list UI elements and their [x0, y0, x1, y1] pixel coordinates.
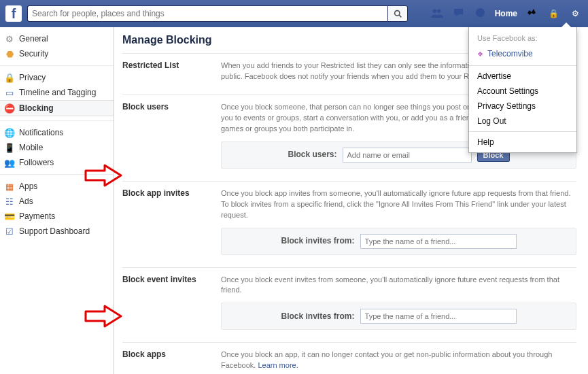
lock-icon: 🔒 [4, 72, 15, 83]
sidebar-separator [0, 65, 114, 66]
block-invites-label: Block invites from: [281, 235, 354, 247]
sidebar-item-label: Timeline and Tagging [19, 88, 96, 97]
sidebar-separator [0, 120, 114, 121]
sidebar-item-label: Blocking [19, 103, 54, 113]
dropdown-separator [469, 65, 576, 66]
sidebar-item-label: Privacy [19, 73, 46, 82]
followers-icon: 👥 [4, 157, 15, 168]
dropdown-advertise[interactable]: Advertise [469, 69, 576, 84]
svg-point-4 [476, 8, 485, 17]
dropdown-logout[interactable]: Log Out [469, 114, 576, 129]
mobile-icon: 📱 [4, 142, 15, 153]
annotation-arrow-icon [84, 164, 122, 187]
sidebar-item-mobile[interactable]: 📱Mobile [0, 140, 114, 155]
sidebar-item-label: Notifications [19, 128, 63, 137]
profile-icon[interactable] [524, 7, 539, 20]
section-block-event-invites: Block event invites Once you block event… [122, 267, 576, 343]
section-label: Restricted List [122, 61, 221, 82]
payments-icon: 💳 [4, 211, 15, 222]
sidebar-item-label: Followers [19, 158, 54, 167]
section-description: Once you block an app, it can no longer … [221, 350, 576, 371]
block-event-invites-label: Block invites from: [281, 311, 354, 322]
section-block-apps: Block apps Once you block an app, it can… [122, 342, 576, 374]
section-label: Block users [122, 102, 221, 169]
home-link[interactable]: Home [495, 9, 517, 18]
search-button[interactable] [387, 5, 408, 22]
search-icon [394, 10, 402, 18]
apps-icon: ▦ [4, 181, 15, 192]
section-label: Block app invites [122, 188, 221, 255]
page-icon: ❖ [477, 50, 483, 58]
friend-requests-icon[interactable] [430, 7, 445, 20]
sidebar-item-label: Mobile [19, 143, 43, 152]
sidebar-item-general[interactable]: ⚙General [0, 31, 114, 46]
settings-gear-icon[interactable]: ⚙ [568, 9, 583, 18]
sidebar-item-payments[interactable]: 💳Payments [0, 209, 114, 224]
sidebar-item-label: Security [19, 49, 48, 58]
learn-more-link[interactable]: Learn more. [258, 361, 298, 369]
section-block-app-invites: Block app invites Once you block app inv… [122, 181, 576, 267]
dropdown-privacy-settings[interactable]: Privacy Settings [469, 99, 576, 114]
block-event-invites-input-row: Block invites from: [221, 303, 576, 330]
annotation-arrow-icon [84, 305, 122, 328]
sidebar-item-label: Ads [19, 197, 33, 206]
top-bar: f Home 🔒 ⚙ [0, 0, 588, 27]
sidebar-item-support[interactable]: ☑Support Dashboard [0, 224, 114, 239]
timeline-icon: ▭ [4, 87, 15, 98]
sidebar-item-notifications[interactable]: 🌐Notifications [0, 125, 114, 140]
sidebar-item-label: Apps [19, 182, 37, 191]
sidebar-item-label: Support Dashboard [19, 226, 90, 236]
dropdown-heading: Use Facebook as: [469, 31, 576, 46]
block-invites-input[interactable] [360, 234, 517, 249]
messages-icon[interactable] [451, 7, 466, 20]
support-icon: ☑ [4, 226, 15, 237]
svg-point-0 [394, 10, 399, 15]
top-right-nav: Home 🔒 ⚙ [430, 7, 583, 20]
globe-icon: 🌐 [4, 127, 15, 138]
block-users-input[interactable] [343, 148, 472, 163]
svg-point-3 [437, 9, 440, 12]
block-event-invites-input[interactable] [360, 309, 517, 324]
search-container [27, 5, 408, 22]
sidebar-item-label: General [19, 34, 48, 44]
sidebar-item-privacy[interactable]: 🔒Privacy [0, 70, 114, 85]
privacy-shortcuts-icon[interactable]: 🔒 [546, 9, 561, 18]
section-description: Once you block app invites from someone,… [221, 188, 576, 221]
section-label: Block event invites [122, 275, 221, 330]
search-input[interactable] [27, 5, 387, 22]
sidebar-item-label: Payments [19, 211, 55, 221]
dropdown-account-settings[interactable]: Account Settings [469, 84, 576, 99]
dropdown-use-as-user[interactable]: ❖Telecomvibe [469, 46, 576, 63]
block-invites-input-row: Block invites from: [221, 228, 576, 255]
dropdown-help[interactable]: Help [469, 135, 576, 150]
sidebar-item-ads[interactable]: ☷Ads [0, 194, 114, 209]
sidebar-item-blocking[interactable]: ⛔Blocking [0, 100, 114, 116]
block-users-label: Block users: [288, 149, 337, 160]
section-label: Block apps [122, 350, 221, 374]
facebook-logo[interactable]: f [5, 5, 22, 22]
settings-dropdown: Use Facebook as: ❖Telecomvibe Advertise … [468, 27, 577, 153]
gear-icon: ⚙ [4, 33, 15, 44]
sidebar-item-timeline[interactable]: ▭Timeline and Tagging [0, 85, 114, 100]
svg-line-1 [399, 15, 401, 17]
svg-point-2 [432, 9, 436, 12]
shield-icon: ⬣ [4, 48, 15, 59]
notifications-icon[interactable] [473, 7, 488, 20]
ads-icon: ☷ [4, 196, 15, 207]
section-description: Once you block event invites from someon… [221, 275, 576, 296]
dropdown-separator [469, 131, 576, 132]
sidebar-item-security[interactable]: ⬣Security [0, 46, 114, 61]
block-icon: ⛔ [4, 103, 15, 114]
dropdown-user-label: Telecomvibe [487, 49, 533, 58]
